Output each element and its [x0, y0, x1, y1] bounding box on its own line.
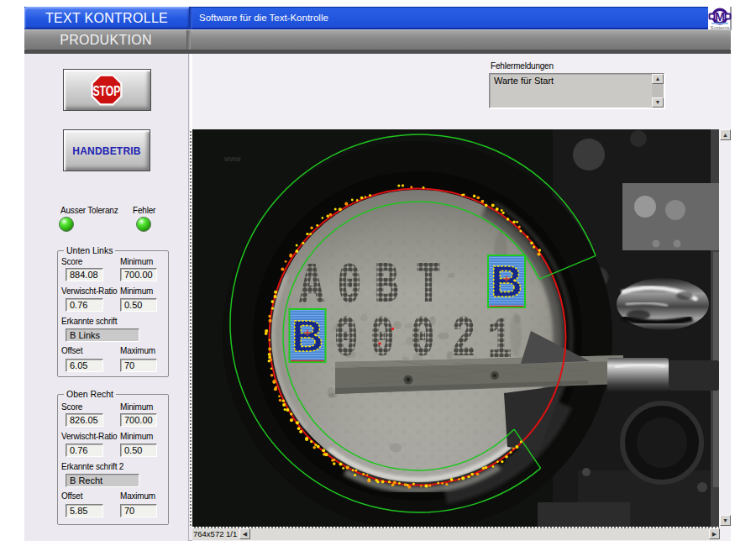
svg-text:www: www — [223, 155, 241, 163]
svg-text:M: M — [715, 10, 725, 24]
svg-text:STOP: STOP — [92, 83, 120, 98]
